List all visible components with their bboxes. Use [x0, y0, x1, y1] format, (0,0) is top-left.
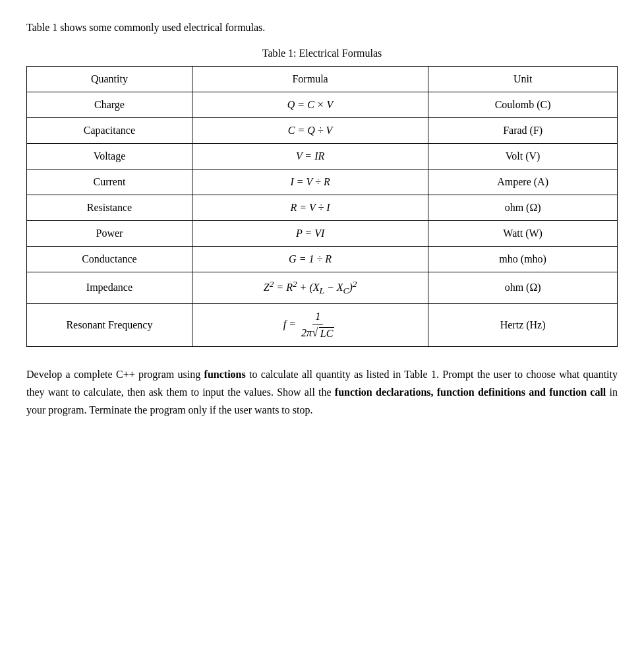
quantity-cell: Resonant Frequency	[27, 303, 192, 346]
table-row: Impedance Z2 = R2 + (XL − XC)2 ohm (Ω)	[27, 272, 618, 304]
table-row: Capacitance C = Q ÷ V Farad (F)	[27, 118, 618, 144]
formula-cell: C = Q ÷ V	[192, 118, 428, 144]
quantity-cell: Voltage	[27, 144, 192, 169]
quantity-cell: Conductance	[27, 247, 192, 272]
closing-text: Develop a complete C++ program using fun…	[26, 365, 618, 419]
header-formula: Formula	[192, 67, 428, 92]
unit-cell: Volt (V)	[428, 144, 618, 169]
electrical-table: Quantity Formula Unit Charge Q = C × V C…	[26, 66, 618, 347]
formula-cell: Q = C × V	[192, 92, 428, 118]
table-row: Power P = VI Watt (W)	[27, 221, 618, 247]
unit-cell: Ampere (A)	[428, 169, 618, 195]
table-row: Charge Q = C × V Coulomb (C)	[27, 92, 618, 118]
header-quantity: Quantity	[27, 67, 192, 92]
quantity-cell: Power	[27, 221, 192, 247]
formula-cell: Z2 = R2 + (XL − XC)2	[192, 272, 428, 304]
quantity-cell: Impedance	[27, 272, 192, 304]
unit-cell: Watt (W)	[428, 221, 618, 247]
table-row: Resonant Frequency f = 1 2π√LC Hertz (Hz…	[27, 303, 618, 346]
quantity-cell: Capacitance	[27, 118, 192, 144]
unit-cell: mho (mho)	[428, 247, 618, 272]
table-row: Voltage V = IR Volt (V)	[27, 144, 618, 169]
intro-text: Table 1 shows some commonly used electri…	[26, 20, 618, 36]
formula-cell: P = VI	[192, 221, 428, 247]
formula-cell: I = V ÷ R	[192, 169, 428, 195]
header-unit: Unit	[428, 67, 618, 92]
formula-cell: V = IR	[192, 144, 428, 169]
table-header-row: Quantity Formula Unit	[27, 67, 618, 92]
formula-cell: R = V ÷ I	[192, 195, 428, 221]
table-row: Conductance G = 1 ÷ R mho (mho)	[27, 247, 618, 272]
quantity-cell: Current	[27, 169, 192, 195]
quantity-cell: Resistance	[27, 195, 192, 221]
formula-cell: f = 1 2π√LC	[192, 303, 428, 346]
unit-cell: Coulomb (C)	[428, 92, 618, 118]
quantity-cell: Charge	[27, 92, 192, 118]
table-caption: Table 1: Electrical Formulas	[26, 47, 618, 59]
unit-cell: ohm (Ω)	[428, 272, 618, 304]
table-row: Current I = V ÷ R Ampere (A)	[27, 169, 618, 195]
table-row: Resistance R = V ÷ I ohm (Ω)	[27, 195, 618, 221]
unit-cell: Hertz (Hz)	[428, 303, 618, 346]
unit-cell: ohm (Ω)	[428, 195, 618, 221]
formula-cell: G = 1 ÷ R	[192, 247, 428, 272]
unit-cell: Farad (F)	[428, 118, 618, 144]
